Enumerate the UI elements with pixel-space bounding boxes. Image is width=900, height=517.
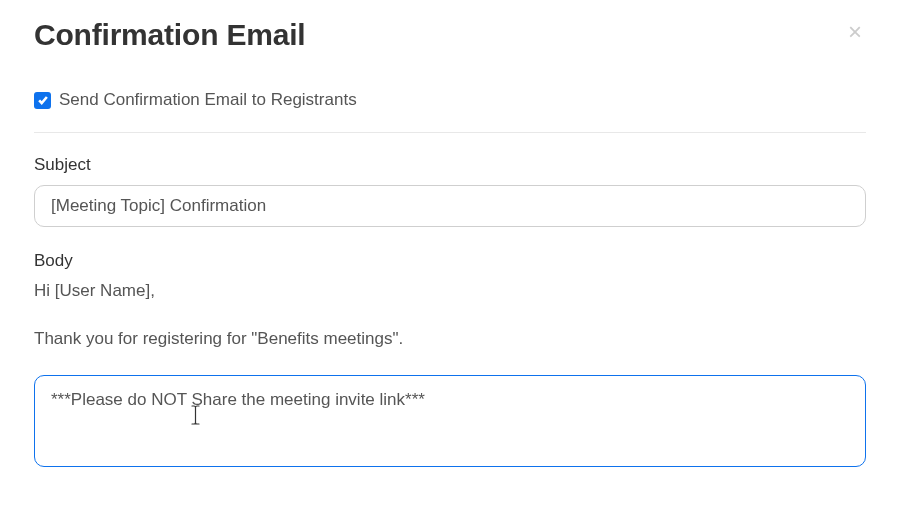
subject-label: Subject bbox=[34, 155, 866, 175]
send-confirmation-checkbox[interactable] bbox=[34, 92, 51, 109]
modal-header: Confirmation Email × bbox=[34, 18, 866, 52]
checkmark-icon bbox=[37, 94, 49, 106]
body-label: Body bbox=[34, 251, 866, 271]
send-confirmation-checkbox-row: Send Confirmation Email to Registrants bbox=[34, 90, 866, 110]
body-custom-textarea[interactable] bbox=[34, 375, 866, 467]
close-icon: × bbox=[848, 18, 862, 45]
close-button[interactable]: × bbox=[844, 16, 866, 48]
send-confirmation-label: Send Confirmation Email to Registrants bbox=[59, 90, 357, 110]
divider bbox=[34, 132, 866, 133]
confirmation-email-modal: Confirmation Email × Send Confirmation E… bbox=[0, 0, 900, 491]
body-textarea-wrapper bbox=[34, 375, 866, 471]
subject-input[interactable] bbox=[34, 185, 866, 227]
modal-title: Confirmation Email bbox=[34, 18, 305, 52]
body-greeting-text: Hi [User Name], bbox=[34, 281, 866, 301]
body-intro-text: Thank you for registering for "Benefits … bbox=[34, 329, 866, 349]
